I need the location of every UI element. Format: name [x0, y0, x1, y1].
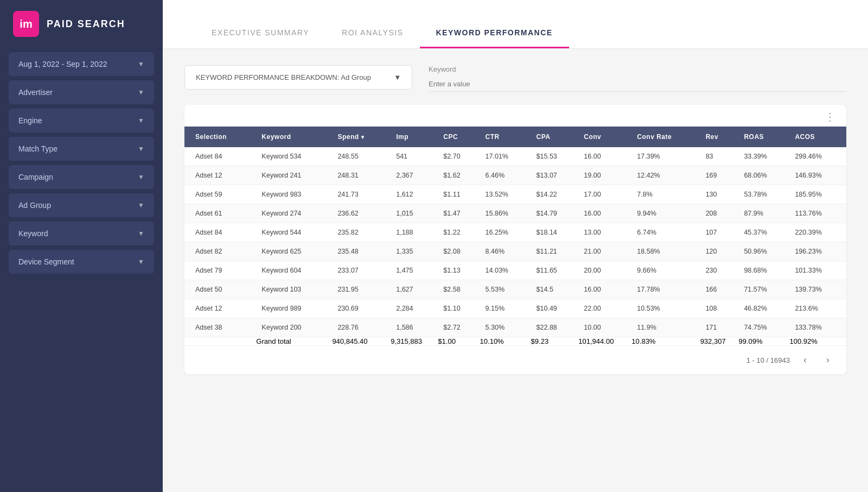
cell-selection: Adset 50	[184, 280, 256, 299]
table-header: SelectionKeywordSpend▼ImpCPCCTRCPAConvCo…	[184, 127, 846, 147]
sidebar-filter-device-segment[interactable]: Device Segment▼	[9, 250, 154, 274]
cell-spend: 236.62	[332, 204, 391, 223]
cell-conv: 16.00	[578, 204, 631, 223]
tab-executive-summary[interactable]: EXECUTIVE SUMMARY	[195, 28, 326, 48]
sidebar-filter-label: Engine	[18, 116, 42, 125]
cell-roas: 53.78%	[738, 185, 789, 204]
sidebar: im PAID SEARCH Aug 1, 2022 - Sep 1, 2022…	[0, 0, 163, 492]
col-header-selection: Selection	[184, 127, 256, 147]
cell-imp: 1,612	[391, 185, 438, 204]
cell-roas: 45.37%	[738, 223, 789, 242]
breakdown-select[interactable]: KEYWORD PERFORMANCE BREAKDOWN: Ad Group …	[184, 65, 412, 90]
cell-conv_rate: 7.8%	[631, 185, 700, 204]
sort-icon-spend: ▼	[360, 134, 366, 140]
grand-total-selection	[184, 337, 256, 346]
breakdown-label: KEYWORD PERFORMANCE BREAKDOWN: Ad Group	[196, 73, 371, 81]
table-row: Adset 50Keyword 103231.951,627$2.585.53%…	[184, 280, 846, 299]
sidebar-filters: Aug 1, 2022 - Sep 1, 2022▼Advertiser▼Eng…	[0, 48, 163, 278]
sidebar-filter-campaign[interactable]: Campaign▼	[9, 165, 154, 189]
sidebar-filter-label: Ad Group	[18, 201, 51, 210]
chevron-down-icon: ▼	[138, 89, 144, 96]
cell-imp: 1,015	[391, 204, 438, 223]
cell-cpa: $13.07	[531, 166, 579, 185]
cell-ctr: 16.25%	[480, 223, 531, 242]
cell-selection: Adset 12	[184, 299, 256, 318]
table-row: Adset 84Keyword 544235.821,188$1.2216.25…	[184, 223, 846, 242]
cell-acos: 101.33%	[789, 261, 846, 280]
cell-cpa: $14.22	[531, 185, 579, 204]
sidebar-filter-date-range[interactable]: Aug 1, 2022 - Sep 1, 2022▼	[9, 52, 154, 76]
table-row: Adset 12Keyword 241248.312,367$1.626.46%…	[184, 166, 846, 185]
cell-conv_rate: 10.53%	[631, 299, 700, 318]
grand-total-imp: 9,315,883	[391, 337, 438, 346]
col-header-roas: ROAS	[738, 127, 789, 147]
tab-keyword-performance[interactable]: KEYWORD PERFORMANCE	[420, 28, 569, 48]
sidebar-filter-match-type[interactable]: Match Type▼	[9, 137, 154, 161]
cell-conv_rate: 11.9%	[631, 318, 700, 337]
sidebar-filter-engine[interactable]: Engine▼	[9, 109, 154, 133]
cell-acos: 185.95%	[789, 185, 846, 204]
table-row: Adset 61Keyword 274236.621,015$1.4715.86…	[184, 204, 846, 223]
chevron-down-icon: ▼	[138, 145, 144, 153]
cell-spend: 233.07	[332, 261, 391, 280]
cell-spend: 228.76	[332, 318, 391, 337]
col-header-cpc: CPC	[438, 127, 480, 147]
cell-keyword: Keyword 241	[256, 166, 332, 185]
grand-total-ctr: 10.10%	[480, 337, 531, 346]
breakdown-chevron-icon: ▼	[394, 73, 401, 81]
cell-cpc: $2.72	[438, 318, 480, 337]
grand-total-conv: 101,944.00	[578, 337, 631, 346]
table-actions: ⋮	[184, 105, 846, 127]
sidebar-filter-advertiser[interactable]: Advertiser▼	[9, 80, 154, 104]
cell-roas: 87.9%	[738, 204, 789, 223]
cell-conv: 16.00	[578, 147, 631, 166]
cell-spend: 248.31	[332, 166, 391, 185]
pagination-next-button[interactable]: ›	[820, 352, 835, 368]
content-area: KEYWORD PERFORMANCE BREAKDOWN: Ad Group …	[163, 49, 868, 492]
sidebar-filter-ad-group[interactable]: Ad Group▼	[9, 193, 154, 217]
cell-ctr: 5.30%	[480, 318, 531, 337]
cell-acos: 133.78%	[789, 318, 846, 337]
cell-conv_rate: 17.39%	[631, 147, 700, 166]
cell-ctr: 14.03%	[480, 261, 531, 280]
sidebar-filter-label: Campaign	[18, 173, 53, 181]
cell-rev: 166	[700, 280, 739, 299]
cell-keyword: Keyword 274	[256, 204, 332, 223]
cell-keyword: Keyword 200	[256, 318, 332, 337]
col-header-conv: Conv	[578, 127, 631, 147]
cell-cpa: $11.21	[531, 242, 579, 261]
more-options-icon[interactable]: ⋮	[820, 108, 840, 125]
cell-rev: 230	[700, 261, 739, 280]
table-footer: Grand total940,845.409,315,883$1.0010.10…	[184, 337, 846, 346]
cell-cpc: $1.13	[438, 261, 480, 280]
cell-rev: 130	[700, 185, 739, 204]
cell-roas: 50.96%	[738, 242, 789, 261]
sidebar-filter-keyword[interactable]: Keyword▼	[9, 222, 154, 245]
tab-roi-analysis[interactable]: ROI ANALYSIS	[326, 28, 419, 48]
col-header-rev: Rev	[700, 127, 739, 147]
cell-spend: 241.73	[332, 185, 391, 204]
cell-keyword: Keyword 604	[256, 261, 332, 280]
main-content: EXECUTIVE SUMMARYROI ANALYSISKEYWORD PER…	[163, 0, 868, 492]
col-header-imp: Imp	[391, 127, 438, 147]
col-header-conv_rate: Conv Rate	[631, 127, 700, 147]
cell-acos: 139.73%	[789, 280, 846, 299]
chevron-down-icon: ▼	[138, 60, 144, 68]
cell-rev: 171	[700, 318, 739, 337]
pagination-prev-button[interactable]: ‹	[797, 352, 813, 368]
cell-imp: 1,627	[391, 280, 438, 299]
grand-total-cpc: $1.00	[438, 337, 480, 346]
pagination-info: 1 - 10 / 16943	[746, 356, 790, 364]
chevron-down-icon: ▼	[138, 258, 144, 266]
keyword-filter-input[interactable]	[429, 77, 846, 92]
pagination-row: 1 - 10 / 16943 ‹ ›	[184, 345, 846, 374]
chevron-down-icon: ▼	[138, 173, 144, 181]
cell-ctr: 17.01%	[480, 147, 531, 166]
cell-cpa: $15.53	[531, 147, 579, 166]
top-nav: EXECUTIVE SUMMARYROI ANALYSISKEYWORD PER…	[163, 0, 868, 49]
sidebar-filter-label: Device Segment	[18, 257, 74, 266]
cell-conv: 10.00	[578, 318, 631, 337]
cell-cpc: $1.62	[438, 166, 480, 185]
cell-cpa: $10.49	[531, 299, 579, 318]
col-header-spend[interactable]: Spend▼	[332, 127, 391, 147]
